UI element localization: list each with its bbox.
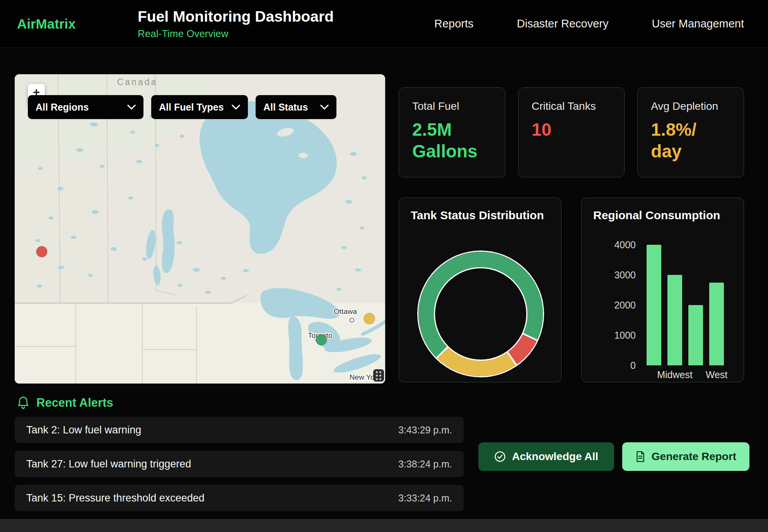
fuel-type-filter-value: All Fuel Types — [159, 102, 224, 113]
stat-label: Total Fuel — [412, 100, 492, 113]
title-block: Fuel Monitoring Dashboard Real-Time Over… — [138, 8, 334, 40]
brand-logo: AirMatrix — [17, 16, 138, 32]
alert-time: 3:38:24 p.m. — [398, 459, 452, 470]
donut-chart-title: Tank Status Distribution — [411, 209, 550, 222]
ottawa-city-dot — [350, 318, 354, 322]
stat-card-total-fuel: Total Fuel 2.5M Gallons — [399, 87, 505, 177]
acknowledge-all-button[interactable]: Acknowledge All — [478, 442, 614, 471]
page-title: Fuel Monitoring Dashboard — [138, 8, 334, 25]
footer-bar — [0, 519, 768, 532]
map-canvas: Canada Ottawa Toronto New York — [15, 74, 385, 384]
alerts-title: Recent Alerts — [36, 396, 113, 410]
nav-reports[interactable]: Reports — [434, 17, 474, 30]
chevron-down-icon — [127, 104, 136, 110]
bar-region-2 — [688, 245, 703, 365]
document-icon — [635, 451, 645, 462]
bar-chart-title: Regional Consumption — [593, 209, 732, 222]
bell-icon — [17, 396, 29, 410]
fuel-type-filter-select[interactable]: All Fuel Types — [151, 95, 248, 119]
check-circle-icon — [494, 451, 506, 462]
stat-value-avg-depletion: 1.8%/ day — [651, 119, 730, 162]
regional-consumption-card: Regional Consumption 40003000200010000 M… — [581, 198, 744, 382]
stat-value-critical-tanks: 10 — [532, 119, 611, 140]
status-filter-value: All Status — [263, 102, 308, 113]
map-label-country: Canada — [117, 77, 158, 87]
bar-plot: MidwestWest — [647, 245, 724, 365]
donut-hole — [435, 268, 526, 360]
acknowledge-all-label: Acknowledge All — [512, 450, 598, 463]
map-panel[interactable]: Canada Ottawa Toronto New York + All Reg… — [15, 74, 385, 384]
tank-marker-warning[interactable] — [364, 313, 375, 324]
alert-item[interactable]: Tank 27: Low fuel warning triggered 3:38… — [15, 451, 464, 477]
alert-text: Tank 2: Low fuel warning — [26, 424, 141, 436]
main-nav: Reports Disaster Recovery User Managemen… — [434, 17, 751, 30]
tank-status-card: Tank Status Distribution — [399, 198, 561, 382]
nav-user-management[interactable]: User Management — [652, 17, 744, 30]
stat-card-critical-tanks: Critical Tanks 10 — [518, 87, 625, 177]
alert-time: 3:43:29 p.m. — [398, 425, 452, 436]
alert-text: Tank 15: Pressure threshold exceeded — [26, 492, 205, 504]
bar-region-0 — [647, 245, 661, 365]
bar — [667, 275, 682, 365]
map-filter-bar: All Regions All Fuel Types All Status — [28, 95, 336, 119]
status-filter-select[interactable]: All Status — [256, 95, 336, 119]
stats-row: Total Fuel 2.5M Gallons Critical Tanks 1… — [399, 87, 744, 177]
alert-item[interactable]: Tank 15: Pressure threshold exceeded 3:3… — [15, 485, 464, 511]
y-axis-tick: 2000 — [596, 300, 636, 310]
stat-label: Avg Depletion — [651, 100, 730, 113]
alerts-heading: Recent Alerts — [17, 396, 113, 410]
page-subtitle: Real-Time Overview — [138, 28, 334, 40]
chevron-down-icon — [232, 104, 240, 110]
y-axis-tick: 4000 — [596, 239, 636, 250]
y-axis-tick: 0 — [596, 360, 636, 371]
bar — [647, 245, 661, 365]
chevron-down-icon — [320, 104, 329, 110]
region-filter-value: All Regions — [36, 102, 89, 113]
generate-report-button[interactable]: Generate Report — [622, 442, 749, 471]
bar — [688, 305, 703, 365]
tank-marker-normal[interactable] — [316, 334, 327, 345]
y-axis-tick: 3000 — [596, 269, 636, 280]
map-label-ottawa: Ottawa — [334, 307, 357, 315]
header: AirMatrix Fuel Monitoring Dashboard Real… — [0, 0, 768, 48]
stat-card-avg-depletion: Avg Depletion 1.8%/ day — [637, 87, 744, 177]
bar-y-axis: 40003000200010000 — [596, 245, 636, 365]
bar-region-1: Midwest — [667, 245, 682, 365]
resize-grip-icon[interactable] — [373, 369, 384, 382]
nav-disaster-recovery[interactable]: Disaster Recovery — [517, 17, 609, 30]
x-axis-label: Midwest — [657, 369, 693, 380]
alert-time: 3:33:24 p.m. — [398, 493, 452, 504]
y-axis-tick: 1000 — [596, 330, 636, 341]
stat-value-total-fuel: 2.5M Gallons — [412, 119, 492, 162]
tank-status-donut — [418, 252, 543, 376]
bar-region-3: West — [709, 245, 724, 365]
bar — [709, 283, 724, 366]
alert-text: Tank 27: Low fuel warning triggered — [26, 458, 191, 470]
region-filter-select[interactable]: All Regions — [28, 95, 143, 119]
x-axis-label: West — [706, 369, 728, 380]
alert-item[interactable]: Tank 2: Low fuel warning 3:43:29 p.m. — [15, 417, 464, 443]
stat-label: Critical Tanks — [532, 100, 611, 113]
charts-row: Tank Status Distribution Regional Consum… — [399, 198, 744, 382]
generate-report-label: Generate Report — [652, 450, 736, 463]
tank-marker-critical[interactable] — [36, 246, 47, 257]
